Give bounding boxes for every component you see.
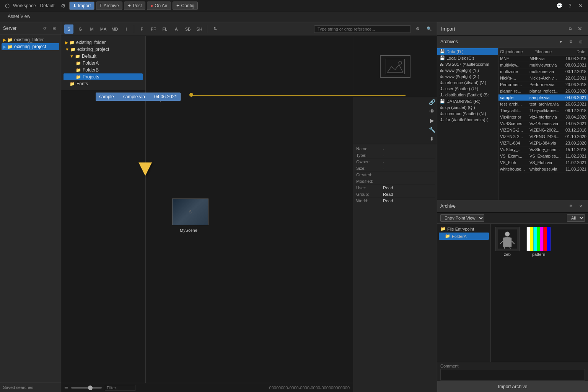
content-folder-label-5: FolderB: [83, 67, 99, 73]
archive-row-filename-12: VIZENG-2426...: [529, 134, 565, 139]
nav-config-button[interactable]: ✦ Config: [173, 2, 198, 10]
tool-ff-button[interactable]: FF: [149, 24, 158, 34]
tool-ma-button[interactable]: MA: [99, 24, 108, 34]
archive-tree-common[interactable]: 🖧 common (\\autlet) (N:): [437, 111, 498, 117]
tree-item-existing-project[interactable]: ▶ 📁 existing_project: [2, 43, 59, 50]
search-settings-icon[interactable]: ⚙: [413, 24, 422, 34]
archive-row-7[interactable]: test_archi... test_archive.via 26.05.202…: [498, 101, 588, 107]
nav-onair-button[interactable]: ● On Air: [147, 2, 171, 10]
sidebar-refresh-icon[interactable]: ⟳: [41, 24, 49, 32]
archive-row-3[interactable]: Nick's-... Nick's-Archiv... 22.01.2021: [498, 75, 588, 81]
file-item-zeb[interactable]: zeb: [494, 227, 521, 257]
archive-lower-restore-icon[interactable]: ⧉: [567, 202, 575, 210]
workspace-label: Workspace - Default: [13, 3, 55, 8]
tool-g-button[interactable]: G: [76, 24, 85, 34]
tool-i-button[interactable]: I: [122, 24, 131, 34]
archive-tree-data-d[interactable]: 💾 Data (D:): [437, 48, 498, 55]
nav-post-button[interactable]: ✦ Post: [124, 2, 145, 10]
tool-a-button[interactable]: A: [172, 24, 181, 34]
archive-tree-fbr[interactable]: 🖧 fbr (\\autlet\homedirs) (: [437, 117, 498, 123]
filter-input[interactable]: [105, 385, 135, 391]
preview-download-icon[interactable]: ⬇: [428, 135, 436, 143]
archive-row-4[interactable]: Performer... Performer.via 23.06.2018: [498, 81, 588, 88]
archive-row-5[interactable]: planar_re... planar_reflect... 26.03.202…: [498, 88, 588, 94]
tree-item-existing-folder[interactable]: ▶ 📁 existing_folder: [2, 36, 59, 43]
archive-row-14[interactable]: VizStory_... VizStory_scen... 15.11.2018: [498, 146, 588, 153]
tool-sh-button[interactable]: SH: [195, 24, 204, 34]
preview-eye-icon[interactable]: 👁: [428, 107, 436, 115]
archive-row-8[interactable]: Theycallit... Theycallitabre... 06.12.20…: [498, 107, 588, 114]
comment-textarea[interactable]: [440, 369, 585, 381]
content-tree-default[interactable]: ▼ 📁 Default: [64, 53, 143, 60]
archive-lower-close-icon[interactable]: ✕: [577, 202, 585, 210]
left-sidebar: Server ⟳ ⊟ ▶ 📁 existing_folder ▶ 📁 exist…: [0, 22, 61, 392]
tool-sb-button[interactable]: SB: [183, 24, 192, 34]
import-archive-button[interactable]: Import Archive: [437, 381, 588, 392]
archive-tree-datadrive[interactable]: 💾 DATADRIVE1 (R:): [437, 98, 498, 104]
archive-tree-distribution[interactable]: 🖧 distribution (\\autlet) (S:: [437, 92, 498, 98]
archive-tree-www-x[interactable]: 🖧 www (\\qatgh) (X:): [437, 73, 498, 80]
entry-point-select[interactable]: Entry Point View: [440, 214, 484, 222]
panel-close-icon[interactable]: ✕: [576, 24, 584, 33]
content-tree-existing-folder[interactable]: ▶ 📁 existing_folder: [64, 39, 143, 46]
settings-icon[interactable]: ⚙: [59, 2, 68, 10]
archive-row-17[interactable]: whitehouse... whitehouse.via 11.03.2021: [498, 166, 588, 172]
archive-row-11[interactable]: VIZENG-2... VIZENG-2002... 03.12.2018: [498, 127, 588, 133]
archive-tree-reference[interactable]: 🖧 reference (\\fsaut) (V:): [437, 80, 498, 86]
search-lock-icon[interactable]: 🔍: [425, 24, 434, 34]
archive-row-0[interactable]: MNF MNF.via 16.08.2016: [498, 55, 588, 62]
close-icon[interactable]: ✕: [577, 2, 585, 10]
help-icon[interactable]: 💬: [555, 2, 564, 10]
toolbar-divider-1: [134, 25, 134, 33]
preview-wrench-icon[interactable]: 🔧: [428, 125, 436, 134]
file-tree-foldera[interactable]: 📁 FolderA: [439, 233, 489, 240]
archive-tree-local-c[interactable]: 💾 Local Disk (C:): [437, 55, 498, 61]
file-area: sample sample.via 04.06.2021 ↖ ▼: [61, 36, 353, 392]
archive-row-1[interactable]: multiview... multiviewer.via 08.03.2021: [498, 62, 588, 68]
archive-row-6[interactable]: sample sample.via 04.06.2021: [498, 94, 588, 101]
archive-tree-vs2017[interactable]: 🖧 VS 2017 (\\autlet\comm: [437, 61, 498, 67]
zoom-slider[interactable]: [71, 387, 102, 389]
file-tree-entrypoint[interactable]: 📁 File Entrypoint: [439, 225, 489, 233]
archive-row-12[interactable]: VIZENG-2... VIZENG-2426... 01.10.2020: [498, 133, 588, 140]
preview-link-icon[interactable]: 🔗: [428, 98, 436, 106]
archive-row-13[interactable]: VIZPL-884 VIZPL-884.via 23.09.2020: [498, 140, 588, 146]
content-tree-foldera[interactable]: 📁 FolderA: [64, 60, 143, 67]
archive-row-filename-16: VS_Floh.via: [529, 160, 565, 165]
tool-s-button[interactable]: S: [64, 24, 73, 34]
content-tree-existing-project[interactable]: ▼ 📁 existing_project: [64, 46, 143, 53]
selected-file-row[interactable]: sample sample.via 04.06.2021: [96, 93, 181, 101]
tool-f-button[interactable]: F: [137, 24, 147, 34]
search-input[interactable]: [314, 25, 411, 33]
archive-row-2[interactable]: multizone multizone.via 03.12.2018: [498, 68, 588, 75]
preview-play-icon[interactable]: ▶: [428, 116, 436, 125]
archive-tree-www-y[interactable]: 🖧 www (\\qatgh) (Y:): [437, 67, 498, 73]
archives-restore-icon[interactable]: ⧉: [567, 37, 575, 46]
all-select[interactable]: All: [567, 214, 585, 222]
archive-tree-qa[interactable]: 🖧 qa (\\autlet) (Q:): [437, 104, 498, 111]
asset-view-tab[interactable]: Asset View: [4, 12, 34, 21]
content-tree-projects[interactable]: 📁 Projects: [64, 73, 143, 80]
tool-md-button[interactable]: MD: [110, 24, 119, 34]
content-folder-icon-7: 📁: [70, 81, 75, 86]
archives-expand-icon[interactable]: ⊞: [577, 37, 585, 46]
content-tree-fonts[interactable]: 📁 Fonts: [64, 80, 143, 87]
archives-dropdown-icon[interactable]: ▼: [557, 37, 565, 46]
archive-tree-user[interactable]: 🖧 user (\\autlet) (U:): [437, 86, 498, 92]
sidebar-filter-icon[interactable]: ⊟: [50, 24, 58, 32]
content-tree-folderb[interactable]: 📁 FolderB: [64, 67, 143, 73]
nav-archive-button[interactable]: T Archive: [96, 2, 122, 10]
top-right-icons: 💬 ? ✕: [555, 2, 585, 10]
archive-row-9[interactable]: Viz4Interior Viz4Interior.via 30.04.2020: [498, 114, 588, 120]
archive-row-10[interactable]: Viz4Scenes Viz4Scenes.via 14.05.2021: [498, 120, 588, 127]
nav-import-button[interactable]: ⬇ Import: [69, 2, 94, 10]
tool-sort-icon[interactable]: ⇅: [210, 24, 220, 34]
panel-restore-icon[interactable]: ⧉: [566, 24, 574, 33]
tool-m-button[interactable]: M: [87, 24, 96, 34]
file-item-pattern[interactable]: pattern: [525, 227, 552, 257]
archive-row-15[interactable]: VS_Exam... VS_Examples.... 11.02.2021: [498, 153, 588, 159]
tool-fl-button[interactable]: FL: [160, 24, 169, 34]
info-icon[interactable]: ?: [566, 2, 574, 10]
archive-row-16[interactable]: VS_Floh VS_Floh.via 11.02.2021: [498, 159, 588, 166]
archive-row-filename-14: VizStory_scen...: [529, 147, 565, 152]
